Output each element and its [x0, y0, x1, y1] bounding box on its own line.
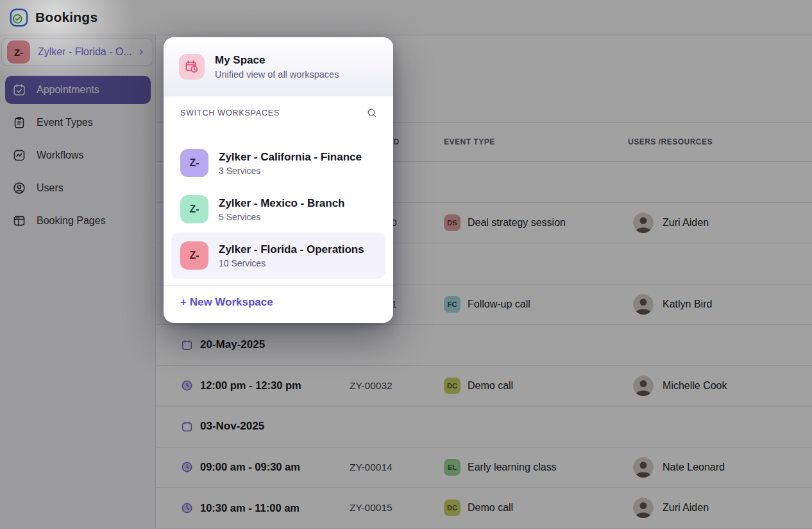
workspace-switcher-popup: My Space Unified view of all workspaces …	[164, 37, 393, 323]
workspace-services-count: 3 Services	[219, 166, 362, 176]
search-icon[interactable]	[366, 107, 378, 119]
workspace-name: Zylker - Florida - Operations	[219, 243, 364, 256]
workspace-avatar: Z-	[180, 195, 208, 223]
modal-backdrop[interactable]	[0, 0, 812, 529]
workspace-item-mexico[interactable]: Z- Zylker - Mexico - Branch 5 Services	[171, 186, 385, 232]
my-space-calendar-clock-icon	[179, 54, 205, 80]
workspace-services-count: 5 Services	[219, 212, 345, 222]
switch-workspaces-row: SWITCH WORKSPACES	[164, 105, 393, 121]
switch-workspaces-label: SWITCH WORKSPACES	[180, 108, 280, 117]
workspace-list: Z- Zylker - California - Finance 3 Servi…	[164, 140, 393, 279]
my-space-item[interactable]: My Space Unified view of all workspaces	[164, 37, 393, 96]
my-space-subtitle: Unified view of all workspaces	[215, 69, 339, 80]
workspace-services-count: 10 Services	[219, 258, 364, 268]
new-workspace-button[interactable]: + New Workspace	[180, 296, 273, 309]
workspace-name: Zylker - California - Finance	[219, 151, 362, 164]
workspace-avatar: Z-	[180, 149, 208, 177]
workspace-item-california[interactable]: Z- Zylker - California - Finance 3 Servi…	[171, 140, 385, 186]
workspace-avatar: Z-	[180, 241, 208, 270]
my-space-title: My Space	[215, 54, 339, 67]
workspace-name: Zylker - Mexico - Branch	[219, 197, 345, 210]
workspace-item-florida[interactable]: Z- Zylker - Florida - Operations 10 Serv…	[171, 232, 385, 279]
popup-footer: + New Workspace	[164, 285, 393, 323]
